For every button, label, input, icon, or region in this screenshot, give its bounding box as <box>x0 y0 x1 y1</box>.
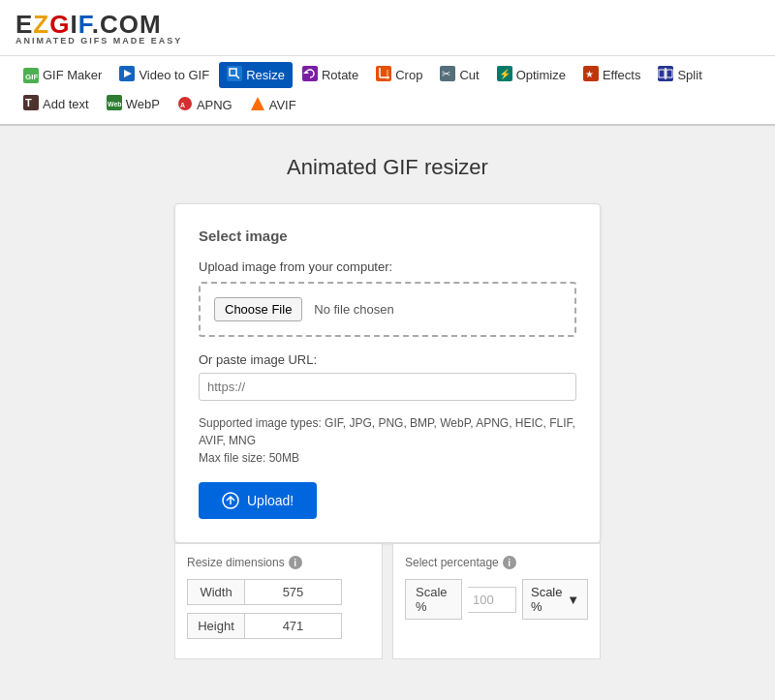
addtext-icon: T <box>23 95 39 113</box>
crop-icon <box>376 66 391 84</box>
split-icon <box>658 66 673 84</box>
upload-icon <box>222 492 239 509</box>
choose-file-button[interactable]: Choose File <box>214 297 302 321</box>
sidebar-item-apng[interactable]: A APNG <box>170 92 240 118</box>
effects-icon: ★ <box>583 66 599 84</box>
no-file-text: No file chosen <box>314 302 393 317</box>
page-title: Animated GIF resizer <box>287 155 488 180</box>
svg-text:WebP: WebP <box>108 101 122 107</box>
sidebar-item-resize[interactable]: Resize <box>219 62 293 88</box>
width-label: Width <box>187 579 245 605</box>
nav-bar: GIF GIF Maker Video to GIF Resize Rotate… <box>0 56 775 126</box>
sidebar-item-crop[interactable]: Crop <box>368 62 430 88</box>
apng-icon: A <box>177 96 193 114</box>
info-icon: i <box>289 556 302 569</box>
sidebar-item-effects[interactable]: ★ Effects <box>575 62 649 88</box>
resize-icon <box>227 66 242 84</box>
sidebar-item-webp[interactable]: WebP WebP <box>99 91 168 117</box>
scale-input[interactable] <box>468 587 516 613</box>
scale-label: Scale % <box>405 579 462 620</box>
sidebar-item-rotate[interactable]: Rotate <box>294 62 366 88</box>
card-title: Select image <box>199 228 576 244</box>
svg-rect-9 <box>376 66 391 81</box>
svg-text:✂: ✂ <box>442 68 450 79</box>
avif-icon <box>250 96 265 114</box>
gif-icon: GIF <box>23 68 39 83</box>
svg-text:GIF: GIF <box>25 73 38 81</box>
webp-icon: WebP <box>107 95 122 113</box>
scale-dropdown[interactable]: Scale % ▼ <box>522 579 588 620</box>
url-input[interactable] <box>199 373 576 401</box>
sidebar-item-gif-maker[interactable]: GIF GIF Maker <box>16 64 109 87</box>
svg-text:T: T <box>25 97 32 108</box>
svg-marker-29 <box>251 97 264 110</box>
bottom-section: Resize dimensions i Width Height Select … <box>174 543 601 659</box>
logo: EZGIF.COM ANIMATED GIFS MADE EASY <box>16 10 760 46</box>
optimize-icon: ⚡ <box>497 66 512 84</box>
upload-label: Upload image from your computer: <box>199 259 576 274</box>
height-input[interactable] <box>245 613 342 639</box>
scale-row: Scale % Scale % ▼ <box>405 579 588 620</box>
sidebar-item-avif[interactable]: AVIF <box>242 92 304 118</box>
height-row: Height <box>187 613 370 639</box>
width-row: Width <box>187 579 370 605</box>
chevron-down-icon: ▼ <box>567 593 579 607</box>
video-icon <box>119 66 135 84</box>
upload-button[interactable]: Upload! <box>199 482 317 519</box>
or-paste-label: Or paste image URL: <box>199 352 576 367</box>
supported-types-text: Supported image types: GIF, JPG, PNG, BM… <box>199 414 576 467</box>
sidebar-item-optimize[interactable]: ⚡ Optimize <box>489 62 574 88</box>
main-content: Animated GIF resizer Select image Upload… <box>0 126 775 688</box>
resize-dimensions-panel: Resize dimensions i Width Height <box>174 543 383 659</box>
scale-panel: Select percentage i Scale % Scale % ▼ <box>392 543 601 659</box>
select-image-card: Select image Upload image from your comp… <box>174 203 601 543</box>
scale-info-icon: i <box>503 556 516 569</box>
scale-panel-title: Select percentage i <box>405 556 588 569</box>
resize-panel-title: Resize dimensions i <box>187 556 370 569</box>
svg-text:⚡: ⚡ <box>499 68 512 80</box>
svg-text:★: ★ <box>585 69 594 79</box>
svg-text:A: A <box>180 102 185 108</box>
file-upload-area: Choose File No file chosen <box>199 282 576 337</box>
sidebar-item-cut[interactable]: ✂ Cut <box>432 62 486 88</box>
cut-icon: ✂ <box>440 66 455 84</box>
header: EZGIF.COM ANIMATED GIFS MADE EASY <box>0 0 775 56</box>
logo-subtitle: ANIMATED GIFS MADE EASY <box>16 36 760 46</box>
sidebar-item-video-to-gif[interactable]: Video to GIF <box>111 62 217 88</box>
sidebar-item-split[interactable]: Split <box>650 62 709 88</box>
width-input[interactable] <box>245 579 342 605</box>
rotate-icon <box>302 66 318 84</box>
height-label: Height <box>187 613 245 639</box>
sidebar-item-add-text[interactable]: T Add text <box>16 91 97 117</box>
